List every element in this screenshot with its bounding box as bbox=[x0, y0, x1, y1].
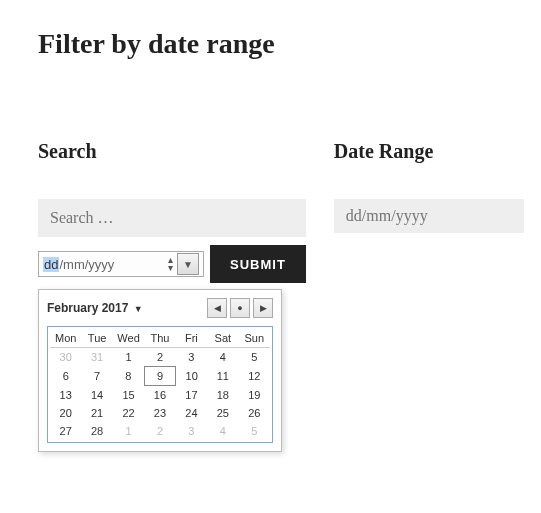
calendar-day[interactable]: 19 bbox=[239, 386, 270, 405]
calendar-day[interactable]: 25 bbox=[207, 404, 238, 422]
weekday-header: Thu bbox=[144, 329, 175, 348]
calendar-day[interactable]: 7 bbox=[81, 367, 112, 386]
weekday-header: Tue bbox=[81, 329, 112, 348]
calendar-day[interactable]: 15 bbox=[113, 386, 144, 405]
calendar-day[interactable]: 23 bbox=[144, 404, 175, 422]
calendar-day[interactable]: 3 bbox=[176, 348, 207, 367]
calendar-day[interactable]: 18 bbox=[207, 386, 238, 405]
weekday-header: Sat bbox=[207, 329, 238, 348]
calendar-day[interactable]: 1 bbox=[113, 422, 144, 440]
calendar-day[interactable]: 11 bbox=[207, 367, 238, 386]
weekday-header: Wed bbox=[113, 329, 144, 348]
page-title: Filter by date range bbox=[38, 28, 503, 60]
calendar-day[interactable]: 20 bbox=[50, 404, 81, 422]
caret-down-icon: ▼ bbox=[134, 304, 143, 314]
calendar-day[interactable]: 4 bbox=[207, 348, 238, 367]
calendar-day[interactable]: 21 bbox=[81, 404, 112, 422]
calendar-day[interactable]: 26 bbox=[239, 404, 270, 422]
calendar-day[interactable]: 9 bbox=[144, 367, 175, 386]
calendar-day[interactable]: 10 bbox=[176, 367, 207, 386]
search-heading: Search bbox=[38, 140, 306, 163]
date-segment-dd: dd bbox=[43, 257, 59, 272]
date-segment-rest: /mm/yyyy bbox=[59, 257, 114, 272]
calendar-day[interactable]: 6 bbox=[50, 367, 81, 386]
prev-month-button[interactable]: ◀ bbox=[207, 298, 227, 318]
month-selector[interactable]: February 2017 ▼ bbox=[47, 301, 143, 315]
calendar-day[interactable]: 2 bbox=[144, 422, 175, 440]
search-input[interactable] bbox=[38, 199, 306, 237]
today-button[interactable]: ● bbox=[230, 298, 250, 318]
date-picker-popup: February 2017 ▼ ◀ ● ▶ MonTueWedThuFriSat… bbox=[38, 289, 282, 452]
calendar-day[interactable]: 2 bbox=[144, 348, 175, 367]
month-label: February 2017 bbox=[47, 301, 128, 315]
calendar-day[interactable]: 5 bbox=[239, 348, 270, 367]
weekday-header: Fri bbox=[176, 329, 207, 348]
calendar-day[interactable]: 1 bbox=[113, 348, 144, 367]
calendar-day[interactable]: 12 bbox=[239, 367, 270, 386]
chevron-down-icon: ▼ bbox=[183, 259, 193, 270]
calendar-day[interactable]: 13 bbox=[50, 386, 81, 405]
date-range-input[interactable] bbox=[334, 199, 524, 233]
calendar-day[interactable]: 17 bbox=[176, 386, 207, 405]
spinner-icon[interactable]: ▴▾ bbox=[168, 256, 173, 272]
calendar-day[interactable]: 8 bbox=[113, 367, 144, 386]
calendar-day[interactable]: 30 bbox=[50, 348, 81, 367]
calendar-day[interactable]: 14 bbox=[81, 386, 112, 405]
calendar-day[interactable]: 24 bbox=[176, 404, 207, 422]
date-dropdown-button[interactable]: ▼ bbox=[177, 253, 199, 275]
weekday-header: Sun bbox=[239, 329, 270, 348]
calendar-day[interactable]: 3 bbox=[176, 422, 207, 440]
submit-button[interactable]: SUBMIT bbox=[210, 245, 306, 283]
calendar-grid: MonTueWedThuFriSatSun 303112345678910111… bbox=[50, 329, 270, 440]
calendar-day[interactable]: 27 bbox=[50, 422, 81, 440]
calendar-day[interactable]: 4 bbox=[207, 422, 238, 440]
calendar-day[interactable]: 22 bbox=[113, 404, 144, 422]
weekday-header: Mon bbox=[50, 329, 81, 348]
calendar-day[interactable]: 16 bbox=[144, 386, 175, 405]
calendar-day[interactable]: 28 bbox=[81, 422, 112, 440]
calendar-day[interactable]: 5 bbox=[239, 422, 270, 440]
date-range-heading: Date Range bbox=[334, 140, 524, 163]
date-input[interactable]: dd/mm/yyyy ▴▾ ▼ bbox=[38, 251, 204, 277]
calendar-day[interactable]: 31 bbox=[81, 348, 112, 367]
next-month-button[interactable]: ▶ bbox=[253, 298, 273, 318]
